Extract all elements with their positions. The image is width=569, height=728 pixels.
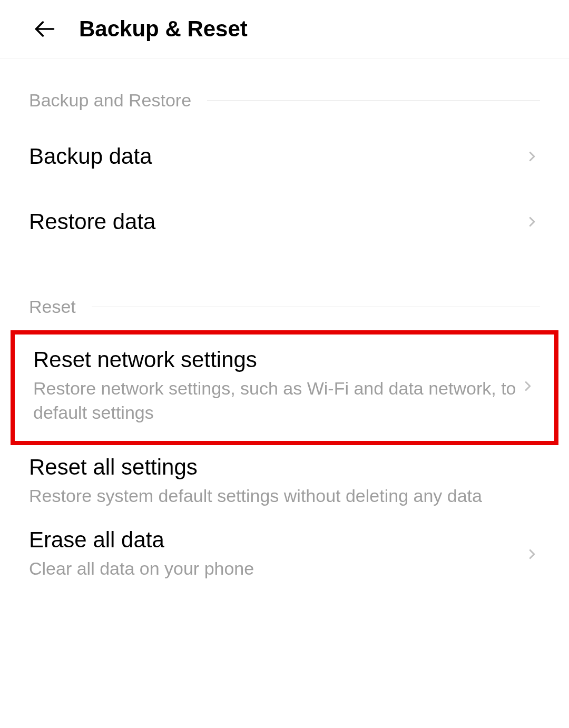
list-item-content: Reset network settings Restore network s… xyxy=(33,347,520,425)
list-item-content: Erase all data Clear all data on your ph… xyxy=(29,527,524,581)
list-item-subtitle: Restore system default settings without … xyxy=(29,484,540,508)
back-button[interactable] xyxy=(32,16,58,42)
section-gap xyxy=(0,254,569,297)
chevron-right-icon xyxy=(524,214,540,230)
section-header-reset: Reset xyxy=(0,297,569,330)
backup-data-item[interactable]: Backup data xyxy=(0,124,569,189)
divider xyxy=(207,100,540,101)
arrow-left-icon xyxy=(33,17,56,41)
list-item-content: Reset all settings Restore system defaul… xyxy=(29,455,540,508)
reset-network-settings-item[interactable]: Reset network settings Restore network s… xyxy=(11,330,558,445)
section-header-backup: Backup and Restore xyxy=(0,90,569,124)
list-item-title: Backup data xyxy=(29,144,524,169)
header: Backup & Reset xyxy=(0,0,569,58)
list-item-subtitle: Restore network settings, such as Wi-Fi … xyxy=(33,377,520,425)
chevron-right-icon xyxy=(520,378,536,394)
list-item-title: Reset all settings xyxy=(29,455,540,480)
chevron-right-icon xyxy=(524,149,540,164)
section-title-reset: Reset xyxy=(29,297,76,317)
page-title: Backup & Reset xyxy=(79,16,248,42)
list-item-subtitle: Clear all data on your phone xyxy=(29,557,524,581)
reset-all-settings-item[interactable]: Reset all settings Restore system defaul… xyxy=(0,445,569,518)
erase-all-data-item[interactable]: Erase all data Clear all data on your ph… xyxy=(0,518,569,591)
list-item-title: Restore data xyxy=(29,209,524,234)
content: Backup and Restore Backup data Restore d… xyxy=(0,58,569,591)
chevron-right-icon xyxy=(524,546,540,562)
list-item-content: Backup data xyxy=(29,144,524,169)
section-title-backup: Backup and Restore xyxy=(29,90,191,111)
list-item-content: Restore data xyxy=(29,209,524,234)
restore-data-item[interactable]: Restore data xyxy=(0,189,569,254)
divider xyxy=(92,307,540,307)
list-item-title: Erase all data xyxy=(29,527,524,553)
list-item-title: Reset network settings xyxy=(33,347,520,372)
